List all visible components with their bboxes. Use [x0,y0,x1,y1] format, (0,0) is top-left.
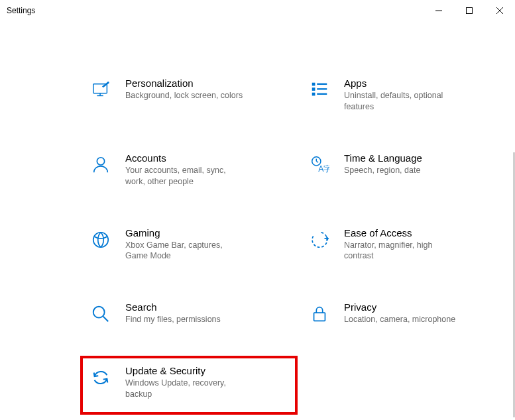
category-subtitle: Your accounts, email, sync, work, other … [125,165,245,187]
category-title: Search [125,301,221,313]
svg-line-17 [316,161,318,162]
category-text: Personalization Background, lock screen,… [125,78,243,101]
category-text: Gaming Xbox Game Bar, captures, Game Mod… [125,227,245,262]
category-subtitle: Uninstall, defaults, optional features [344,90,463,113]
svg-rect-12 [317,88,327,89]
category-text: Time & Language Speech, region, date [344,152,422,176]
settings-categories: Personalization Background, lock screen,… [86,21,510,409]
category-title: Time & Language [344,152,422,164]
category-subtitle: Location, camera, microphone [344,314,455,325]
category-gaming[interactable]: Gaming Xbox Game Bar, captures, Game Mod… [86,224,292,266]
svg-point-19 [93,232,109,247]
titlebar: Settings [0,0,515,21]
close-button[interactable] [485,0,515,21]
category-title: Apps [344,78,463,89]
window-controls [424,0,515,21]
category-text: Apps Uninstall, defaults, optional featu… [344,78,463,113]
category-text: Privacy Location, camera, microphone [344,301,455,325]
time-language-icon: A字 [308,154,331,176]
svg-rect-1 [467,8,473,14]
category-title: Privacy [344,301,455,313]
minimize-button[interactable] [424,0,454,21]
ease-of-access-icon [308,229,331,251]
category-title: Personalization [125,78,243,89]
category-subtitle: Xbox Game Bar, captures, Game Mode [125,240,245,262]
svg-rect-9 [312,87,315,91]
svg-rect-11 [317,83,327,85]
svg-text:A字: A字 [318,164,329,174]
svg-line-21 [103,317,109,322]
category-search[interactable]: Search Find my files, permissions [86,298,292,329]
personalization-icon [89,79,112,101]
category-privacy[interactable]: Privacy Location, camera, microphone [305,298,510,329]
window-title: Settings [7,6,35,15]
category-title: Gaming [125,227,245,238]
category-subtitle: Background, lock screen, colors [125,90,243,101]
category-accounts[interactable]: Accounts Your accounts, email, sync, wor… [86,149,292,191]
category-text: Search Find my files, permissions [125,301,221,325]
apps-icon [308,79,331,101]
category-title: Ease of Access [344,227,463,238]
privacy-icon [308,303,331,325]
category-text: Accounts Your accounts, email, sync, wor… [125,152,245,187]
category-text: Ease of Access Narrator, magnifier, high… [344,227,463,262]
svg-rect-13 [317,93,327,95]
svg-point-7 [107,81,109,83]
update-security-icon [89,366,112,389]
svg-rect-8 [312,83,315,86]
maximize-button[interactable] [454,0,485,21]
category-time-language[interactable]: A字 Time & Language Speech, region, date [305,149,510,191]
category-apps[interactable]: Apps Uninstall, defaults, optional featu… [305,74,510,116]
category-update-security[interactable]: Update & Security Windows Update, recove… [80,356,298,415]
category-subtitle: Find my files, permissions [125,314,221,325]
svg-rect-22 [314,313,325,321]
svg-point-20 [93,307,105,318]
category-subtitle: Narrator, magnifier, high contrast [344,240,463,262]
accounts-icon [89,154,112,176]
category-text: Update & Security Windows Update, recove… [125,365,245,400]
category-ease-of-access[interactable]: Ease of Access Narrator, magnifier, high… [305,224,510,266]
svg-point-14 [97,158,104,165]
gaming-icon [89,229,112,251]
category-personalization[interactable]: Personalization Background, lock screen,… [86,74,292,116]
category-subtitle: Speech, region, date [344,165,422,176]
search-icon [89,303,112,325]
category-title: Accounts [125,152,245,164]
category-title: Update & Security [125,365,245,376]
category-subtitle: Windows Update, recovery, backup [125,378,245,400]
svg-rect-10 [312,93,315,96]
